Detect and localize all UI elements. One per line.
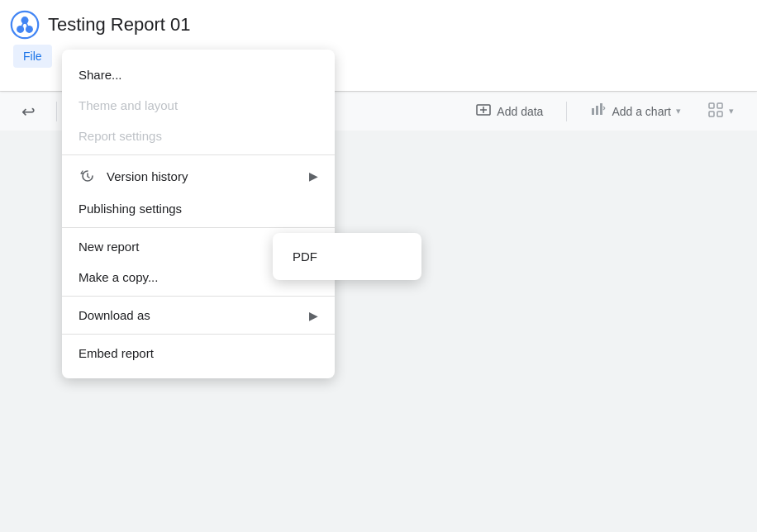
svg-rect-10: [596, 106, 598, 115]
svg-rect-15: [717, 103, 722, 108]
add-chart-label: Add a chart: [612, 105, 671, 118]
report-settings-label: Report settings: [79, 129, 318, 143]
more-arrow: ▾: [729, 106, 734, 116]
download-as-label: Download as: [79, 308, 299, 322]
dropdown-item-report-settings: Report settings: [62, 121, 335, 151]
svg-rect-11: [600, 103, 602, 115]
svg-rect-17: [717, 112, 722, 116]
add-data-button[interactable]: Add data: [465, 97, 553, 126]
dropdown-item-embed-report[interactable]: Embed report: [62, 338, 335, 368]
app-logo: [10, 10, 40, 40]
dropdown-item-theme-layout: Theme and layout: [62, 90, 335, 121]
menu-file[interactable]: File: [13, 45, 52, 68]
add-data-label: Add data: [497, 105, 543, 118]
publishing-settings-label: Publishing settings: [79, 202, 318, 216]
toolbar-right: Add data Add a chart ▾: [465, 97, 744, 126]
grid-icon: [707, 102, 724, 121]
dropdown-item-download-as[interactable]: Download as ▶: [62, 300, 335, 330]
svg-line-12: [603, 107, 605, 108]
dropdown-section-4: Download as ▶: [62, 297, 335, 335]
svg-rect-14: [709, 103, 714, 108]
version-history-label: Version history: [107, 169, 299, 183]
add-chart-arrow: ▾: [676, 106, 681, 116]
svg-point-0: [12, 12, 38, 38]
add-chart-button[interactable]: Add a chart ▾: [580, 97, 691, 126]
add-chart-icon: [590, 102, 607, 121]
toolbar-separator: [56, 102, 57, 121]
title-row: Testing Report 01: [0, 0, 757, 43]
back-icon: ↩: [21, 102, 36, 121]
svg-point-3: [26, 26, 33, 33]
add-data-icon: [475, 102, 492, 121]
dropdown-section-1: Share... Theme and layout Report setting…: [62, 56, 335, 155]
dropdown-item-share[interactable]: Share...: [62, 59, 335, 90]
file-dropdown-menu: Share... Theme and layout Report setting…: [62, 50, 335, 378]
svg-line-13: [603, 108, 605, 110]
dropdown-section-2: Version history ▶ Publishing settings: [62, 155, 335, 228]
more-options-button[interactable]: ▾: [697, 97, 744, 126]
share-label: Share...: [79, 68, 318, 82]
download-as-arrow: ▶: [309, 309, 318, 322]
theme-layout-label: Theme and layout: [79, 98, 318, 112]
version-history-arrow: ▶: [309, 169, 318, 183]
svg-rect-16: [709, 112, 714, 116]
toolbar-separator-3: [566, 102, 567, 121]
download-as-submenu: PDF: [273, 233, 421, 280]
dropdown-item-publishing-settings[interactable]: Publishing settings: [62, 193, 335, 224]
back-button[interactable]: ↩: [13, 97, 43, 126]
embed-report-label: Embed report: [79, 346, 318, 360]
svg-rect-9: [592, 108, 594, 115]
dropdown-item-version-history[interactable]: Version history ▶: [62, 159, 335, 193]
report-title: Testing Report 01: [48, 14, 190, 36]
svg-point-2: [17, 26, 24, 33]
submenu-item-pdf[interactable]: PDF: [273, 240, 421, 273]
dropdown-section-5: Embed report: [62, 335, 335, 372]
history-icon: [79, 167, 97, 185]
